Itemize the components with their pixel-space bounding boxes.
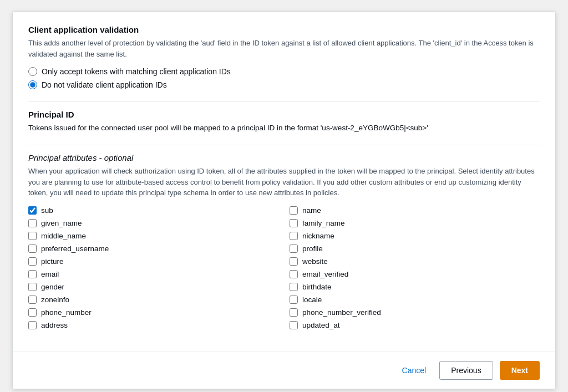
cb-family-name-label: family_name [302,219,345,227]
radio-group: Only accept tokens with matching client … [28,67,540,89]
radio-do-not-validate[interactable]: Do not validate client application IDs [28,80,540,89]
radio-do-not-validate-input[interactable] [28,80,37,89]
checkbox-col2-profile: profile [290,245,540,253]
principal-id-title: Principal ID [28,110,540,119]
cb-gender-input[interactable] [28,283,37,291]
cb-profile[interactable]: profile [290,245,540,253]
divider-2 [28,145,540,145]
divider-1 [28,101,540,102]
cb-sub[interactable]: sub [28,206,278,215]
cb-birthdate-label: birthdate [302,283,332,291]
cb-birthdate-input[interactable] [290,283,298,291]
cb-middle-name[interactable]: middle_name [28,232,278,240]
client-app-validation-section: Client application validation This adds … [28,25,540,89]
cb-preferred-username[interactable]: preferred_username [28,245,278,253]
cb-birthdate[interactable]: birthdate [290,283,540,291]
cb-email-verified-label: email_verified [302,270,348,278]
checkbox-col2-birthdate: birthdate [290,283,540,291]
cb-updated-at[interactable]: updated_at [290,321,540,329]
cb-preferred-username-input[interactable] [28,245,37,253]
cb-given-name[interactable]: given_name [28,219,278,227]
principal-attrs-section: Principal attributes - optional When you… [28,153,540,329]
cb-zoneinfo[interactable]: zoneinfo [28,296,278,304]
cb-updated-at-label: updated_at [302,321,340,329]
checkbox-grid: sub name given_name [28,206,540,329]
checkbox-col2-family: family_name [290,219,540,227]
cb-preferred-username-label: preferred_username [41,245,109,253]
cb-phone-number-verified[interactable]: phone_number_verified [290,308,540,317]
cb-phone-number-verified-label: phone_number_verified [302,308,381,317]
cb-nickname-input[interactable] [290,232,298,240]
cb-profile-input[interactable] [290,245,298,253]
checkbox-col2-email-verified: email_verified [290,270,540,278]
client-app-validation-desc: This adds another level of protection by… [28,38,540,59]
cb-zoneinfo-label: zoneinfo [41,296,69,304]
cb-updated-at-input[interactable] [290,321,298,329]
cb-zoneinfo-input[interactable] [28,296,37,304]
cb-name-input[interactable] [290,206,298,215]
cb-address-label: address [41,321,68,329]
checkbox-col2-website: website [290,257,540,266]
cb-locale-label: locale [302,296,322,304]
cb-email[interactable]: email [28,270,278,278]
cb-given-name-label: given_name [41,219,82,227]
checkbox-col2-phone-number-verified: phone_number_verified [290,308,540,317]
checkbox-col1-zoneinfo: zoneinfo [28,296,278,304]
cb-website-label: website [302,257,328,266]
radio-only-accept-label: Only accept tokens with matching client … [42,67,231,76]
cb-address[interactable]: address [28,321,278,329]
cb-given-name-input[interactable] [28,219,37,227]
checkbox-col1-email: email [28,270,278,278]
checkbox-col1-phone-number: phone_number [28,308,278,317]
checkbox-col2-name: name [290,206,540,215]
cb-profile-label: profile [302,245,323,253]
checkbox-col1-preferred: preferred_username [28,245,278,253]
cb-locale-input[interactable] [290,296,298,304]
cb-picture[interactable]: picture [28,257,278,266]
cancel-button[interactable]: Cancel [395,362,433,379]
cb-email-verified-input[interactable] [290,270,298,278]
cb-picture-label: picture [41,257,64,266]
radio-only-accept-input[interactable] [28,67,37,76]
modal-container: Client application validation This adds … [12,11,556,389]
cb-website-input[interactable] [290,257,298,266]
cb-address-input[interactable] [28,321,37,329]
previous-button[interactable]: Previous [439,361,493,380]
cb-nickname-label: nickname [302,232,334,240]
cb-locale[interactable]: locale [290,296,540,304]
cb-picture-input[interactable] [28,257,37,266]
cb-sub-input[interactable] [28,206,37,215]
cb-phone-number-label: phone_number [41,308,92,317]
principal-id-value: Tokens issued for the connected user poo… [28,123,540,134]
cb-email-label: email [41,270,59,278]
checkbox-col2-updated-at: updated_at [290,321,540,329]
cb-website[interactable]: website [290,257,540,266]
cb-phone-number-input[interactable] [28,308,37,317]
principal-id-section: Principal ID Tokens issued for the conne… [28,110,540,134]
principal-attrs-desc: When your application will check authori… [28,166,540,198]
checkbox-col2-nickname: nickname [290,232,540,240]
cb-gender-label: gender [41,283,64,291]
cb-name[interactable]: name [290,206,540,215]
radio-do-not-validate-label: Do not validate client application IDs [42,80,167,89]
checkbox-col1-given: given_name [28,219,278,227]
client-app-validation-title: Client application validation [28,25,540,34]
radio-only-accept[interactable]: Only accept tokens with matching client … [28,67,540,76]
next-button[interactable]: Next [500,361,540,380]
checkbox-col1-gender: gender [28,283,278,291]
checkbox-col1-picture: picture [28,257,278,266]
cb-family-name[interactable]: family_name [290,219,540,227]
cb-phone-number[interactable]: phone_number [28,308,278,317]
cb-email-input[interactable] [28,270,37,278]
cb-family-name-input[interactable] [290,219,298,227]
cb-phone-number-verified-input[interactable] [290,308,298,317]
cb-email-verified[interactable]: email_verified [290,270,540,278]
cb-middle-name-input[interactable] [28,232,37,240]
modal-footer: Cancel Previous Next [13,352,555,389]
principal-attrs-title: Principal attributes - optional [28,153,540,162]
cb-gender[interactable]: gender [28,283,278,291]
cb-nickname[interactable]: nickname [290,232,540,240]
checkbox-col1-address: address [28,321,278,329]
checkbox-col1-middle: middle_name [28,232,278,240]
cb-name-label: name [302,206,321,215]
